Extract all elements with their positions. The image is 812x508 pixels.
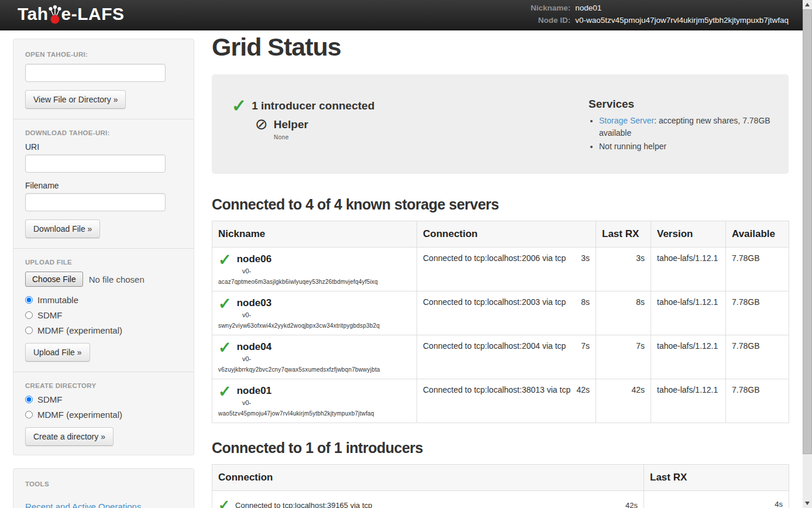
connection-cell: Connected to tcp:localhost:38013 via tcp… [417,379,596,423]
radio-label: MDMF (experimental) [37,410,122,420]
services-title: Services [589,98,777,111]
col-header-lastrx: Last RX [644,465,789,491]
node-id-label: Node ID: [531,15,570,26]
col-header-nickname: Nickname [212,221,417,248]
node-id-hash: wao5tzv45pmoju47jow7rvl4ukirjm5ytbh2kjty… [218,410,411,417]
introducers-heading: Connected to 1 of 1 introducers [212,440,789,456]
download-filename-input[interactable] [25,193,166,211]
section-divider [13,372,194,372]
col-header-available: Available [726,221,789,248]
connection-time: 3s [581,253,590,263]
introducers-table: Connection Last RX ✓ Connected to tcp:lo… [212,464,789,508]
open-uri-input[interactable] [25,64,166,82]
col-header-connection: Connection [417,221,596,248]
download-uri-label: DOWNLOAD TAHOE-URI: [25,129,182,136]
connection-text: Connected to tcp:localhost:39165 via tcp [235,501,372,508]
version-cell: tahoe-lafs/1.12.1 [651,379,726,423]
upload-format-option-mdmf[interactable]: MDMF (experimental) [25,325,182,335]
mkdir-format-option-mdmf[interactable]: MDMF (experimental) [25,410,182,420]
storage-server-link[interactable]: Storage Server [599,116,654,125]
table-header-row: Connection Last RX [212,465,789,491]
available-cell: 7.78GB [726,335,789,379]
scroll-up-arrow-icon[interactable] [805,3,810,6]
upload-format-option-sdmf[interactable]: SDMF [25,310,182,320]
helper-service-text: Not running helper [599,142,666,151]
connected-check-icon: ✓ [218,499,230,508]
node-id-hash: swny2viyw63ofxwi4x2yykd2woqjbpx3cw34xtri… [218,322,411,329]
scrollbar-thumb[interactable] [803,9,812,454]
download-file-button[interactable]: Download File » [25,219,100,238]
services-list: Storage Server: accepting new shares, 7.… [589,115,777,152]
introducer-status-text: 1 introducer connected [252,99,374,112]
lastrx-value: 4s [775,500,783,508]
sdmf-radio[interactable] [25,311,33,319]
available-cell: 7.78GB [726,379,789,423]
scroll-down-arrow-icon[interactable] [805,502,810,505]
check-icon: ✓ [232,99,246,113]
version-cell: tahoe-lafs/1.12.1 [651,291,726,335]
available-cell: 7.78GB [726,291,789,335]
storage-servers-table: Nickname Connection Last RX Version Avai… [212,221,789,423]
node-nickname: node06 [237,253,272,265]
connected-check-icon: ✓ [218,385,232,399]
col-header-lastrx: Last RX [596,221,651,248]
node-nickname: node01 [237,385,272,397]
file-chosen-status: No file chosen [89,274,144,284]
connected-check-icon: ✓ [218,297,232,311]
mkdir-format-option-sdmf[interactable]: SDMF [25,394,182,404]
connection-cell: Connected to tcp:localhost:2003 via tcp … [417,291,596,335]
helper-value: None [274,134,589,140]
connection-cell: ✓ Connected to tcp:localhost:39165 via t… [212,491,644,508]
connection-cell: Connected to tcp:localhost:2004 via tcp … [417,335,596,379]
storage-servers-heading: Connected to 4 of 4 known storage server… [212,196,789,213]
vertical-scrollbar[interactable] [803,0,812,508]
lastrx-cell: 42s [596,379,651,423]
lastrx-cell: 4s [644,491,789,508]
radio-label: SDMF [37,310,63,320]
connection-text: Connected to tcp:localhost:38013 via tcp [423,385,570,394]
nickname-cell: ✓ node06 v0- acaz7qptmeo6m3asjlgkb6iwlyu… [212,248,417,291]
status-left-column: ✓ 1 introducer connected ⊘ Helper None [232,86,589,154]
immutable-radio[interactable] [25,296,33,304]
tools-label: TOOLS [25,480,182,488]
node-id-prefix: v0- [242,267,411,274]
section-divider [13,248,194,249]
connection-text: Connected to tcp:localhost:2003 via tcp [423,297,566,307]
lastrx-cell: 8s [596,291,651,335]
helper-title: Helper [274,118,308,131]
upload-format-option-immutable[interactable]: Immutable [25,295,182,305]
download-uri-input[interactable] [25,155,166,173]
connection-time: 42s [625,501,638,508]
choose-file-button[interactable]: Choose File [25,272,83,287]
node-id-value: v0-wao5tzv45pmoju47jow7rvl4ukirjm5ytbh2k… [575,15,789,26]
col-header-connection: Connection [212,465,644,491]
view-file-button[interactable]: View File or Directory » [25,90,126,109]
table-header-row: Nickname Connection Last RX Version Avai… [212,221,789,248]
nickname-cell: ✓ node04 v0- v6zuyjkbrrkqy2bvc2cny7qwax5… [212,335,417,379]
node-nickname: node03 [237,297,272,309]
table-row: ✓ node04 v0- v6zuyjkbrrkqy2bvc2cny7qwax5… [212,335,789,379]
recent-operations-link[interactable]: Recent and Active Operations [25,502,141,508]
mdmf-radio[interactable] [25,327,33,334]
node-id-prefix: v0- [242,355,411,362]
table-row: ✓ node06 v0- acaz7qptmeo6m3asjlgkb6iwlyu… [212,248,789,291]
sidebar-controls-panel: OPEN TAHOE-URI: View File or Directory »… [13,39,194,455]
grid-status-summary-well: ✓ 1 introducer connected ⊘ Helper None S… [212,74,789,174]
upload-file-button[interactable]: Upload File » [25,343,90,362]
create-directory-button[interactable]: Create a directory » [25,427,113,446]
service-item-storage: Storage Server: accepting new shares, 7.… [599,115,777,139]
available-cell: 7.78GB [726,248,789,291]
col-header-version: Version [651,221,726,248]
node-id-hash: v6zuyjkbrrkqy2bvc2cny7qwax5sxumedsxfzfjw… [218,366,411,373]
node-id-hash: acaz7qptmeo6m3asjlgkb6iwlyuqey53hz26tbdm… [218,279,411,285]
logo-text-pre: Tah [18,4,49,24]
version-cell: tahoe-lafs/1.12.1 [651,248,726,291]
section-divider [13,119,194,119]
logo-text-post: e-LAFS [61,4,125,24]
service-item-helper: Not running helper [599,140,777,152]
mkdir-mdmf-radio[interactable] [25,411,33,418]
mkdir-sdmf-radio[interactable] [25,396,33,403]
nickname-cell: ✓ node01 v0- wao5tzv45pmoju47jow7rvl4uki… [212,379,417,423]
filename-field-label: Filename [25,181,182,190]
node-id-prefix: v0- [242,311,411,318]
